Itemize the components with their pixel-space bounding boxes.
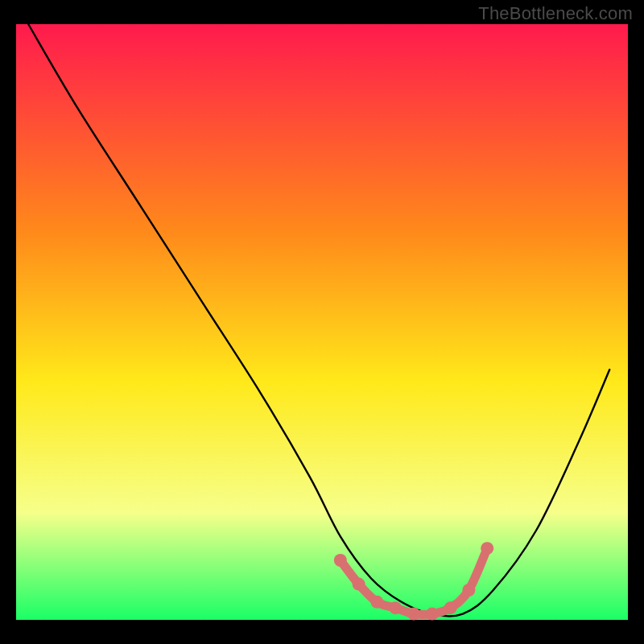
bottleneck-chart — [0, 0, 644, 644]
overlay-dot — [370, 596, 383, 609]
overlay-dot — [407, 608, 420, 621]
overlay-dot — [353, 578, 365, 591]
overlay-dot — [462, 584, 475, 597]
watermark-text: TheBottleneck.com — [478, 3, 633, 24]
chart-container: { "watermark": "TheBottleneck.com", "col… — [0, 0, 644, 644]
overlay-dot — [481, 542, 493, 555]
overlay-dot — [389, 601, 402, 614]
overlay-dot — [444, 601, 457, 614]
overlay-dot — [334, 554, 347, 567]
overlay-dot — [426, 608, 439, 621]
